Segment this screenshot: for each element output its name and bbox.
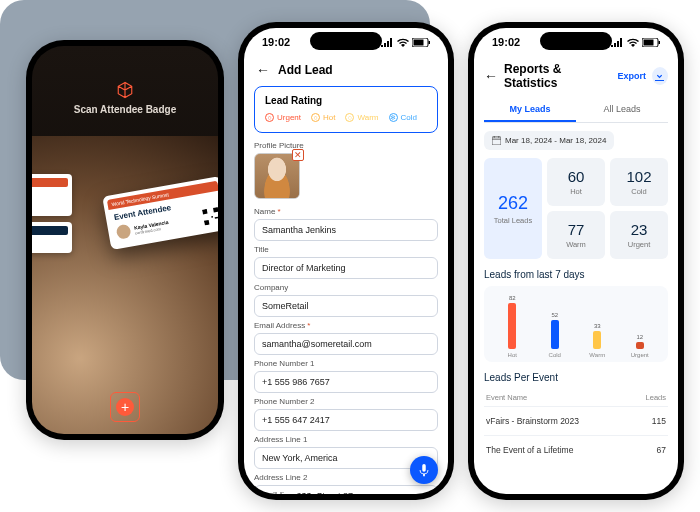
input-address-line-2[interactable]: Building 233, Street 87	[254, 485, 438, 494]
download-button[interactable]	[652, 67, 668, 85]
input-title[interactable]: Director of Marketing	[254, 257, 438, 279]
qr-icon	[202, 207, 218, 226]
event-row[interactable]: The Event of a Lifetime67	[484, 435, 668, 464]
events-header: Event NameLeads	[484, 389, 668, 406]
tab-my-leads[interactable]: My Leads	[484, 98, 576, 122]
lead-rating-group: Lead Rating ○Urgent○Hot○Warm❄Cold	[254, 86, 438, 133]
stat-total-leads[interactable]: 262 Total Leads	[484, 158, 542, 259]
input-name[interactable]: Samantha Jenkins	[254, 219, 438, 241]
phone-notch	[540, 32, 612, 50]
rating-hot[interactable]: ○Hot	[311, 113, 335, 122]
wifi-icon	[627, 38, 639, 47]
svg-rect-12	[204, 220, 210, 226]
field-label: Company	[254, 283, 438, 292]
rating-urgent[interactable]: ○Urgent	[265, 113, 301, 122]
stat-urgent[interactable]: 23Urgent	[610, 211, 668, 259]
input-company[interactable]: SomeRetail	[254, 295, 438, 317]
back-button[interactable]: ←	[256, 62, 270, 78]
svg-rect-10	[202, 209, 208, 215]
input-phone-number-1[interactable]: +1 555 986 7657	[254, 371, 438, 393]
phone-scan: Scan Attendee Badge Summit dee 512 669 v…	[26, 40, 224, 440]
phone-add-lead: 19:02 ← Add Lead Lead Rating ○Urgent○Hot…	[238, 22, 454, 500]
svg-rect-19	[644, 39, 654, 45]
status-time: 19:02	[262, 36, 290, 48]
avatar	[115, 224, 131, 240]
battery-icon	[412, 38, 430, 47]
download-icon	[655, 72, 664, 81]
mini-badge: vs	[32, 222, 72, 253]
phone-reports: 19:02 ← Reports & Statistics Export My L…	[468, 22, 684, 500]
stat-hot[interactable]: 60Hot	[547, 158, 605, 206]
signal-icon	[381, 38, 394, 47]
scan-capture-button[interactable]: +	[110, 392, 140, 422]
field-label: Phone Number 1	[254, 359, 438, 368]
phone-notch	[310, 32, 382, 50]
voice-input-button[interactable]	[410, 456, 438, 484]
app-logo-icon	[115, 80, 135, 100]
back-button[interactable]: ←	[484, 68, 498, 84]
svg-rect-21	[492, 137, 501, 145]
svg-rect-11	[213, 207, 218, 213]
stat-warm[interactable]: 77Warm	[547, 211, 605, 259]
field-label: Email Address	[254, 321, 438, 330]
plus-icon: +	[116, 398, 134, 416]
microphone-icon	[418, 463, 430, 477]
chart-bar: 82Hot	[500, 295, 524, 358]
svg-rect-16	[414, 39, 424, 45]
field-label: Address Line 1	[254, 435, 438, 444]
page-title: Add Lead	[278, 63, 333, 77]
status-time: 19:02	[492, 36, 520, 48]
chart-bar: 33Warm	[585, 323, 609, 358]
remove-photo-button[interactable]: ✕	[292, 149, 304, 161]
field-label: Phone Number 2	[254, 397, 438, 406]
page-title: Reports & Statistics	[504, 62, 605, 90]
chart-title: Leads from last 7 days	[484, 269, 668, 280]
svg-rect-17	[429, 41, 431, 44]
input-phone-number-2[interactable]: +1 555 647 2417	[254, 409, 438, 431]
wifi-icon	[397, 38, 409, 47]
field-label: Name	[254, 207, 438, 216]
event-row[interactable]: vFairs - Brainstorm 2023115	[484, 406, 668, 435]
export-button[interactable]: Export	[617, 71, 646, 81]
signal-icon	[611, 38, 624, 47]
mini-badge: Summit dee 512 669	[32, 174, 72, 216]
svg-rect-13	[211, 216, 213, 218]
svg-rect-20	[659, 41, 661, 44]
rating-title: Lead Rating	[265, 95, 427, 106]
scan-title: Scan Attendee Badge	[32, 104, 218, 115]
events-title: Leads Per Event	[484, 372, 668, 383]
field-label: Title	[254, 245, 438, 254]
rating-cold[interactable]: ❄Cold	[389, 113, 417, 122]
calendar-icon	[492, 136, 501, 145]
leads-chart: 82Hot52Cold33Warm12Urgent	[484, 286, 668, 362]
stat-cold[interactable]: 102Cold	[610, 158, 668, 206]
chart-bar: 12Urgent	[628, 334, 652, 358]
date-range-picker[interactable]: Mar 18, 2024 - Mar 18, 2024	[484, 131, 614, 150]
chart-bar: 52Cold	[543, 312, 567, 358]
tab-all-leads[interactable]: All Leads	[576, 98, 668, 122]
profile-picture-label: Profile Picture	[254, 141, 438, 150]
battery-icon	[642, 38, 660, 47]
rating-warm[interactable]: ○Warm	[345, 113, 378, 122]
input-email-address[interactable]: samantha@someretail.com	[254, 333, 438, 355]
